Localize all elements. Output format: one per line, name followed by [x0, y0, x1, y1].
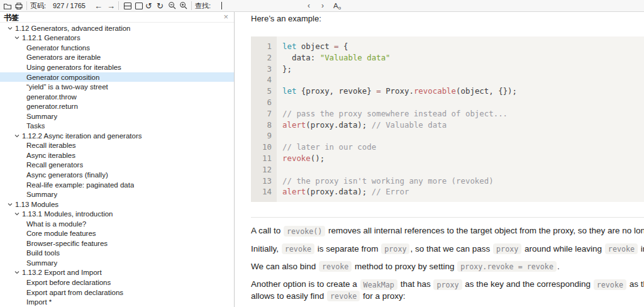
code-token: // later in our code — [282, 142, 376, 152]
code-token: (); — [311, 154, 325, 163]
document-page: Here’s an example: 1234567891011121314 l… — [235, 14, 644, 302]
rotate-ccw-button[interactable]: ↺ — [145, 0, 152, 11]
text-run: Initially, — [251, 244, 281, 254]
bookmark-item[interactable]: Generators are iterable — [0, 53, 234, 63]
zoom-out-icon — [168, 1, 177, 10]
text-run: in the current scope. — [638, 244, 644, 254]
find-next-button[interactable]: › — [321, 0, 324, 11]
bookmark-item-label: 1.12.1 Generators — [22, 34, 80, 42]
bookmark-item[interactable]: Generator composition — [0, 72, 234, 82]
inline-code: revoke — [605, 243, 638, 254]
bookmark-tree: 1.12 Generators, advanced iteration1.12.… — [0, 23, 234, 307]
line-number: 14 — [251, 186, 272, 198]
zoom-out-button[interactable] — [168, 0, 177, 11]
code-token: let — [282, 86, 296, 96]
chevron-down-icon[interactable] — [8, 26, 13, 31]
line-number: 7 — [251, 108, 272, 120]
document-view[interactable]: Here’s an example: 1234567891011121314 l… — [235, 12, 644, 307]
bookmark-item-label: Async generators (finally) — [26, 171, 108, 179]
bookmark-item-label: Summary — [26, 259, 57, 267]
bookmark-item[interactable]: 1.13.1 Modules, introduction — [0, 209, 234, 219]
two-page-view-button[interactable] — [123, 0, 132, 11]
bookmark-item-label: Core module features — [26, 230, 96, 237]
bookmark-item[interactable]: Export before declarations — [0, 277, 234, 287]
line-number: 4 — [251, 74, 272, 86]
match-case-button[interactable]: Ao — [333, 0, 341, 11]
bookmark-item[interactable]: 1.13.2 Export and Import — [0, 268, 234, 278]
chevron-down-icon[interactable] — [14, 133, 19, 138]
open-file-button[interactable] — [3, 0, 12, 11]
split-page-icon — [123, 2, 132, 10]
bookmark-item-label: generator.return — [26, 103, 78, 110]
bookmark-item[interactable]: generator.return — [0, 101, 234, 111]
page-number-field[interactable]: 927 / 1765 — [53, 0, 86, 11]
code-token: { — [339, 42, 348, 51]
bookmark-item[interactable]: Recall iterables — [0, 141, 234, 151]
close-icon[interactable]: × — [223, 12, 228, 21]
find-previous-button[interactable]: ‹ — [308, 0, 310, 11]
line-number: 12 — [251, 164, 272, 176]
code-token: revoke — [282, 154, 311, 163]
bookmark-item[interactable]: Tasks — [0, 121, 234, 131]
next-page-button[interactable]: → — [107, 0, 115, 11]
bookmark-item-label: Using generators for iterables — [26, 64, 121, 71]
bookmark-item[interactable]: 1.12.2 Async iteration and generators — [0, 131, 234, 141]
text-run: Another option is to create a — [251, 279, 360, 289]
code-token: // Error — [372, 187, 409, 196]
text-run: , so that we can pass — [410, 244, 492, 254]
bookmark-item[interactable]: Build tools — [0, 248, 234, 259]
bookmark-item-label: 1.12 Generators, advanced iteration — [15, 25, 130, 32]
bookmark-item[interactable]: Export apart from declarations — [0, 287, 234, 298]
rotate-cw-icon: ↻ — [157, 2, 164, 10]
bookmark-item[interactable]: 1.12 Generators, advanced iteration — [0, 23, 234, 33]
bookmark-item[interactable]: generator.throw — [0, 92, 234, 102]
bookmarks-panel: 书签 × 1.12 Generators, advanced iteration… — [0, 12, 235, 307]
bookmark-item[interactable]: Generator functions — [0, 43, 234, 53]
bookmark-item[interactable]: Summary — [0, 111, 234, 121]
bookmark-item[interactable]: Summary — [0, 258, 234, 268]
find-input[interactable] — [223, 1, 302, 11]
previous-page-button[interactable]: ← — [94, 0, 103, 11]
bookmark-item-label: Export apart from declarations — [26, 289, 123, 296]
code-token: "Valuable data" — [320, 53, 391, 62]
code-line — [282, 130, 644, 142]
bookmark-item[interactable]: “yield” is a two-way street — [0, 82, 234, 92]
bookmark-item[interactable]: Browser-specific features — [0, 238, 234, 248]
bookmark-item[interactable]: 1.13 Modules — [0, 199, 234, 209]
code-token: (object, {}); — [456, 86, 517, 96]
bookmark-item[interactable]: Import * — [0, 297, 234, 307]
code-token: alert — [282, 120, 306, 130]
bookmark-item[interactable]: 1.12.1 Generators — [0, 33, 234, 43]
code-token: (proxy.data); — [306, 120, 371, 130]
bookmark-item[interactable]: Core module features — [0, 228, 234, 238]
code-token: alert — [282, 187, 306, 196]
bookmark-item-label: Recall generators — [26, 161, 83, 169]
code-line — [282, 164, 644, 176]
chevron-down-icon[interactable] — [14, 270, 19, 275]
bookmark-item-label: generator.throw — [26, 93, 77, 101]
inline-code: revoke() — [284, 226, 325, 237]
code-token: // Valuable data — [372, 120, 447, 130]
rotate-cw-button[interactable]: ↻ — [157, 0, 164, 11]
code-line: let {proxy, revoke} = Proxy.revocable(ob… — [282, 86, 644, 97]
chevron-down-icon[interactable] — [14, 211, 19, 216]
print-button[interactable] — [14, 0, 23, 11]
zoom-in-icon — [179, 1, 188, 10]
bookmark-item-label: Browser-specific features — [26, 240, 108, 247]
bookmark-item[interactable]: Real-life example: paginated data — [0, 180, 234, 190]
zoom-in-button[interactable] — [179, 0, 188, 11]
bookmark-item[interactable]: Async generators (finally) — [0, 170, 234, 180]
bookmark-item[interactable]: What is a module? — [0, 219, 234, 229]
folder-open-icon — [3, 2, 12, 10]
single-page-view-button[interactable] — [135, 0, 143, 11]
text-run: for a proxy: — [360, 291, 405, 301]
text-run: method to proxy by setting — [352, 262, 457, 271]
bookmark-item[interactable]: Summary — [0, 189, 234, 199]
chevron-down-icon[interactable] — [8, 202, 13, 207]
text-run: A call to — [251, 226, 283, 235]
printer-icon — [14, 2, 23, 10]
bookmark-item[interactable]: Using generators for iterables — [0, 62, 234, 72]
chevron-down-icon[interactable] — [14, 35, 19, 40]
bookmark-item[interactable]: Recall generators — [0, 160, 234, 170]
bookmark-item[interactable]: Async iterables — [0, 150, 234, 160]
